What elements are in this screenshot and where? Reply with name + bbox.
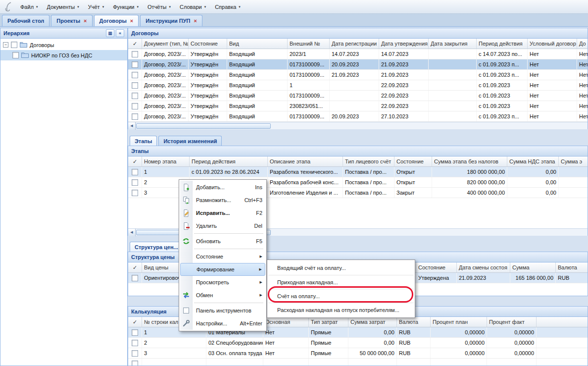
checkbox-cell[interactable] [128,49,142,59]
menu-item[interactable]: Обмен▶ [180,289,265,302]
column-header[interactable]: Процент план [431,317,487,327]
close-icon[interactable]: × [194,18,197,24]
menubar-item[interactable]: Документы▾ [43,1,84,12]
checkbox-cell[interactable] [128,273,142,283]
row-checkbox[interactable] [132,82,138,89]
row-checkbox[interactable] [132,169,138,175]
menu-item[interactable]: ОбновитьF5 [180,235,265,248]
column-header[interactable]: Условный договор [528,39,577,49]
row-checkbox[interactable] [132,72,138,78]
menu-item[interactable]: Расходная накладная на отпуск потребител… [268,303,414,316]
row-checkbox[interactable] [132,275,138,281]
collapse-panel-icon[interactable]: « [116,29,124,37]
row-checkbox[interactable] [132,51,138,57]
menu-item[interactable]: Добавить...Ins [180,181,265,194]
table-row[interactable]: Договор, 2023/...УтверждёнВходящий017310… [128,59,588,70]
table-row[interactable]: Договор, 2023/...УтверждёнВходящий2023/1… [128,49,588,59]
checkbox-cell[interactable] [128,359,142,366]
checkbox-cell[interactable] [128,80,142,90]
column-header[interactable]: Тип затрат [309,317,348,327]
column-header[interactable]: Сумма э [559,157,588,166]
checkbox-cell[interactable] [128,327,142,337]
column-header[interactable]: Вид [227,39,288,49]
checkbox-cell[interactable] [128,111,142,121]
row-checkbox[interactable] [132,93,138,99]
column-header[interactable]: Дата закрытия [429,39,477,49]
row-checkbox[interactable] [132,190,138,196]
row-checkbox[interactable] [132,113,138,120]
menu-item[interactable]: Исправить...F2 [180,207,265,219]
column-header[interactable]: Состояние [394,157,432,166]
table-row[interactable]: 202 СпецоборудованиеНетПрямые0,00RUB0,00… [128,338,588,348]
contracts-hscrollbar[interactable]: ◀ [128,122,588,129]
column-header[interactable]: Дата смены состоя [457,262,510,272]
menubar-item[interactable]: Функции▾ [108,1,143,12]
table-row[interactable]: Договор, 2023/...УтверждёнВходящий017310… [128,70,588,80]
checkbox-cell[interactable] [128,101,142,111]
column-header[interactable]: ✓ [128,157,142,166]
column-header[interactable]: Валюта [556,262,588,272]
scrollbar-thumb[interactable] [136,123,271,129]
checkbox-cell[interactable] [128,70,142,80]
column-header[interactable]: Сумма затрат [348,317,397,327]
column-header[interactable]: Состояние [416,262,457,272]
close-icon[interactable]: × [130,18,133,24]
menu-item[interactable]: Просмотреть▶ [180,276,265,289]
checkbox-cell[interactable] [128,91,142,101]
tree-item[interactable]: НИОКР по ГОЗ без НДС [0,50,127,60]
checkbox-cell[interactable] [128,338,142,348]
column-header[interactable]: Описание этапа [268,157,343,166]
scroll-left-icon[interactable]: ◀ [128,229,136,236]
tab-price-structure[interactable]: Структура цен... [130,242,183,252]
row-checkbox[interactable] [132,61,138,68]
menu-item[interactable]: Размножить...Ctrl+F3 [180,194,265,207]
menubar-item[interactable]: Файл▾ [16,1,43,12]
column-header[interactable]: Внешний № [288,39,330,49]
column-header[interactable]: Сумма этапа без налогов [432,157,507,166]
menu-item[interactable]: Счёт на оплату... [268,289,414,303]
column-header[interactable]: Основная [263,317,309,327]
table-row[interactable]: Договор, 2023/...УтверждёнВходящий017310… [128,91,588,101]
collapse-icon[interactable]: − [3,42,8,48]
column-header[interactable]: Дата регистрации [330,39,379,49]
menubar-item[interactable]: Отчёты▾ [143,1,175,12]
menubar-item[interactable]: Словари▾ [175,1,210,12]
tree-checkbox[interactable] [11,42,17,48]
main-tab[interactable]: Договоры× [94,15,139,26]
main-tab[interactable]: Инструкции ПУП× [140,15,202,26]
column-header[interactable]: Процент факт [487,317,537,327]
column-header[interactable]: Сумма НДС этапа [507,157,559,166]
row-checkbox[interactable] [132,179,138,186]
column-header[interactable]: Номер этапа [142,157,190,166]
column-header[interactable]: ✓ [128,262,142,272]
table-row[interactable]: Договор, 2023/...УтверждёнВходящий122.09… [128,80,588,91]
row-checkbox[interactable] [132,329,138,336]
column-header[interactable]: Дата утверждения [379,39,429,49]
sub-tab[interactable]: История изменений [158,136,222,146]
main-tab[interactable]: Проекты× [51,15,92,26]
table-row[interactable]: 303 Осн. оплата трудаНетПрямые50 000 000… [128,348,588,359]
column-header[interactable]: Сумма [510,262,556,272]
row-checkbox[interactable] [132,340,138,346]
menu-item[interactable]: Настройки...Alt+Enter [180,317,265,330]
menu-item[interactable]: Входящий счёт на оплату... [268,261,414,275]
column-header[interactable]: До [577,39,588,49]
table-row[interactable]: Договор, 2023/...УтверждёнВходящий017310… [128,111,588,122]
menubar-item[interactable]: Справка▾ [210,1,245,12]
column-header[interactable]: ✓ [128,317,142,327]
main-tab[interactable]: Рабочий стол [2,15,49,26]
grid-icon[interactable]: ▦ [106,29,114,37]
column-header[interactable]: Период действия [477,39,528,49]
table-row[interactable]: Договор, 2023/...УтверждёнВходящий230823… [128,101,588,111]
menu-item[interactable]: Формирование▶ [180,263,265,276]
column-header[interactable]: Период действия [190,157,268,166]
menubar-item[interactable]: Учёт▾ [84,1,108,12]
column-header[interactable]: Тип лицевого счёт [343,157,394,166]
menu-item[interactable]: Приходная накладная... [268,275,414,289]
close-icon[interactable]: × [84,18,87,24]
scroll-left-icon[interactable]: ◀ [128,122,136,130]
checkbox-cell[interactable] [128,59,142,69]
tree-item[interactable]: − Договоры [0,40,127,50]
column-header[interactable]: Состояние [189,39,227,49]
checkbox-cell[interactable] [128,177,142,187]
